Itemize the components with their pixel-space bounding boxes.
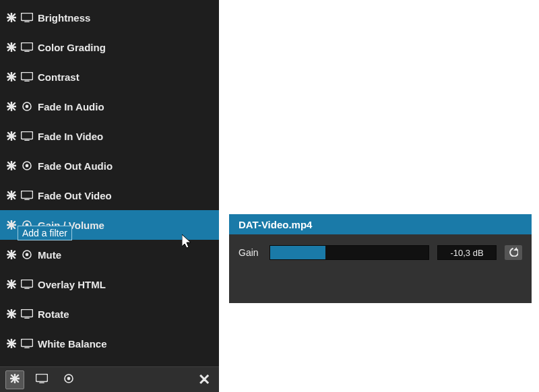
filter-panel: BrightnessColor GradingContrastFade In A… [0,0,219,392]
speaker-icon [21,250,33,259]
filter-toolbar: ✕ [0,366,219,392]
gain-value-field[interactable]: -10,3 dB [437,245,497,260]
monitor-icon [21,339,33,348]
filter-item[interactable]: Color Grading [0,32,219,62]
filter-item-label: Mute [38,249,212,261]
filter-category-all-button[interactable] [5,370,24,389]
filter-item-label: Overlay HTML [38,279,212,290]
asterisk-icon [7,191,16,200]
gain-slider-fill [270,246,325,259]
filter-item-label: White Balance [38,338,212,350]
properties-body: Gain -10,3 dB [229,234,532,271]
filter-item[interactable]: Rotate [0,299,219,329]
reset-icon [509,247,518,259]
speaker-icon [21,102,33,111]
filter-item[interactable]: Fade In Video [0,121,219,151]
filter-item-label: Rotate [38,308,212,320]
filter-category-video-button[interactable] [32,370,51,389]
asterisk-icon [10,374,20,386]
asterisk-icon [7,131,16,141]
filter-item[interactable]: Overlay HTML [0,269,219,299]
asterisk-icon [7,161,16,170]
filter-item[interactable]: Brightness [0,3,219,32]
filter-item-label: Color Grading [38,42,212,53]
asterisk-icon [7,309,16,319]
filter-item-label: Contrast [38,71,212,83]
tooltip: Add a filter [18,226,72,240]
speaker-icon [63,374,74,386]
filter-item[interactable]: Fade Out Audio [0,151,219,181]
filter-properties-panel: DAT-Video.mp4 Gain -10,3 dB [229,214,532,303]
asterisk-icon [7,280,16,289]
close-button[interactable]: ✕ [195,371,214,389]
properties-title: DAT-Video.mp4 [229,214,532,234]
asterisk-icon [7,13,16,22]
speaker-icon [21,161,33,170]
monitor-icon [21,309,33,319]
monitor-icon [21,72,33,81]
filter-item-label: Fade In Audio [38,101,212,112]
filter-item[interactable]: Contrast [0,62,219,92]
filter-item[interactable]: Gain / VolumeAdd a filter [0,210,219,240]
monitor-icon [36,374,48,386]
monitor-icon [21,280,33,289]
filter-item-label: Fade Out Audio [38,160,212,172]
filter-item-label: Fade Out Video [38,190,212,201]
filter-item[interactable]: White Balance [0,329,219,358]
close-icon: ✕ [198,371,210,388]
asterisk-icon [7,250,16,259]
monitor-icon [21,131,33,141]
asterisk-icon [7,72,16,81]
gain-slider[interactable] [270,245,429,260]
asterisk-icon [7,339,16,348]
monitor-icon [21,13,33,22]
asterisk-icon [7,220,16,230]
gain-reset-button[interactable] [505,245,522,260]
gain-label: Gain [239,247,261,258]
monitor-icon [21,42,33,52]
filter-item[interactable]: Mute [0,240,219,269]
filter-item-label: Fade In Video [38,131,212,142]
monitor-icon [21,191,33,200]
filter-item[interactable]: Fade In Audio [0,92,219,121]
filter-item[interactable]: Fade Out Video [0,181,219,210]
asterisk-icon [7,42,16,52]
filter-list: BrightnessColor GradingContrastFade In A… [0,0,219,366]
filter-category-audio-button[interactable] [59,370,78,389]
filter-item-label: Brightness [38,12,212,24]
asterisk-icon [7,102,16,111]
